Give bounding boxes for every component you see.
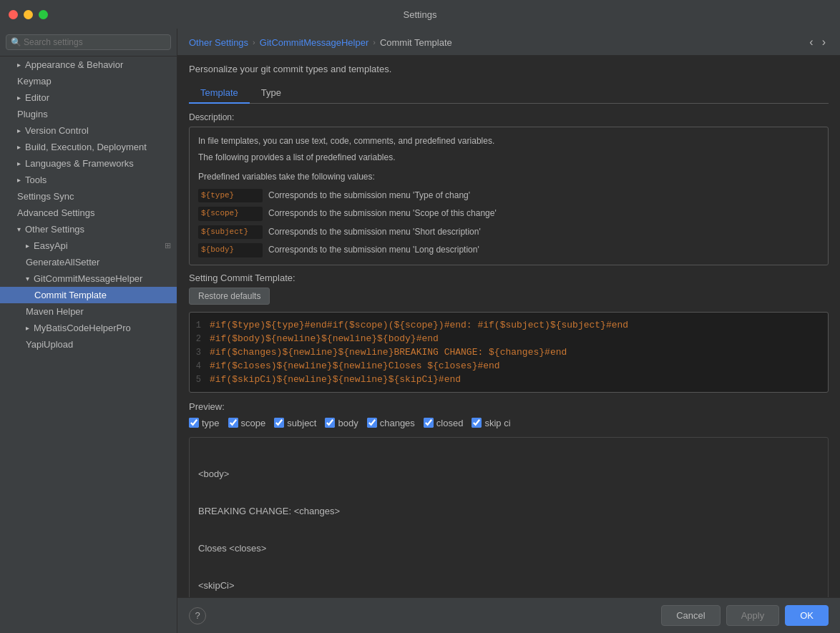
code-line-1: 1#if($type)${type}#end#if($scope)(${scop… [190,318,828,332]
breadcrumb: Other Settings › GitCommitMessageHelper … [177,29,840,55]
chevron-icon: ▸ [17,94,21,102]
checkbox-closed[interactable] [424,418,434,428]
sidebar-item-label: Settings Sync [17,191,74,202]
sidebar-item-label: Appearance & Behavior [25,59,123,70]
checkbox-body[interactable] [325,418,335,428]
sidebar-item-build-execution[interactable]: ▸Build, Execution, Deployment [0,139,177,155]
tabs: Template Type [189,83,829,104]
tab-type[interactable]: Type [250,83,293,104]
code-lines: 1#if($type)${type}#end#if($scope)(${scop… [190,318,828,386]
line-number: 2 [190,334,210,344]
preview-check-changes[interactable]: changes [367,418,415,428]
sidebar-item-label: Languages & Frameworks [25,158,134,169]
tab-template[interactable]: Template [189,83,250,104]
sidebar-item-label: Maven Helper [26,306,84,317]
code-content: #if($type)${type}#end#if($scope)(${scope… [210,320,628,330]
var-desc: Corresponds to the submission menu 'Long… [268,243,479,257]
code-line-2: 2#if($body)${newline}${newline}${body}#e… [190,332,828,345]
preview-check-skip-ci[interactable]: skip ci [472,418,510,428]
breadcrumb-part-2: GitCommitMessageHelper [260,37,368,48]
content-panel: Other Settings › GitCommitMessageHelper … [177,29,840,633]
check-label-subject: subject [287,418,316,428]
sidebar-item-label: Plugins [17,109,48,119]
line-number: 3 [190,348,210,358]
preview-check-body[interactable]: body [325,418,358,428]
close-button[interactable] [9,10,18,19]
predefined-vars-label: Predefined variables take the following … [198,170,819,184]
preview-check-type[interactable]: type [189,418,220,428]
apply-button[interactable]: Apply [726,605,780,626]
check-label-scope: scope [241,418,266,428]
desc-line-1: In file templates, you can use text, cod… [198,134,819,148]
chevron-icon: ▸ [17,143,21,151]
preview-check-closed[interactable]: closed [424,418,464,428]
checkbox-skip-ci[interactable] [472,418,482,428]
sidebar-item-maven-helper[interactable]: Maven Helper [0,303,177,320]
breadcrumb-active: Commit Template [380,37,452,48]
preview-check-subject[interactable]: subject [274,418,316,428]
sidebar-item-plugins[interactable]: Plugins [0,106,177,122]
variable-row: ${body}Corresponds to the submission men… [198,243,819,257]
preview-line: <body> [198,465,819,484]
description-label: Description: [189,112,829,122]
code-editor[interactable]: 1#if($type)${type}#end#if($scope)(${scop… [189,312,829,393]
var-tag: ${type} [198,189,263,203]
sidebar-item-label: GitCommitMessageHelper [34,273,142,284]
sidebar-item-label: EasyApi [34,240,68,251]
variable-row: ${type}Corresponds to the submission men… [198,189,819,203]
checkbox-subject[interactable] [274,418,284,428]
back-button[interactable]: ‹ [806,36,816,49]
content-body: Personalize your git commit types and te… [177,55,840,597]
sidebar-item-label: Keymap [17,76,52,87]
checkbox-changes[interactable] [367,418,377,428]
breadcrumb-sep-2: › [373,38,376,46]
cancel-button[interactable]: Cancel [661,605,720,626]
sidebar-item-generate-all-setter[interactable]: GenerateAllSetter [0,254,177,270]
sidebar-item-mybatis-helper[interactable]: ▸MyBatisCodeHelperPro [0,320,177,336]
preview-check-scope[interactable]: scope [228,418,266,428]
sidebar-nav: ▸Appearance & BehaviorKeymap▸EditorPlugi… [0,57,177,353]
preview-line [198,484,819,502]
chevron-icon: ▸ [26,242,29,250]
var-desc: Corresponds to the submission menu 'Shor… [268,225,481,239]
sidebar-item-tools[interactable]: ▸Tools [0,172,177,188]
maximize-button[interactable] [39,10,48,19]
chevron-icon: ▸ [17,176,21,184]
traffic-lights[interactable] [9,10,48,19]
preview-line: Closes <closes> [198,539,819,558]
sidebar-item-settings-sync[interactable]: Settings Sync [0,188,177,205]
search-bar: 🔍 [0,29,177,57]
checkbox-type[interactable] [189,418,199,428]
sidebar-item-advanced-settings[interactable]: Advanced Settings [0,205,177,221]
help-button[interactable]: ? [189,607,206,624]
checkbox-scope[interactable] [228,418,238,428]
minimize-button[interactable] [24,10,33,19]
restore-defaults-button[interactable]: Restore defaults [189,288,270,305]
var-desc: Corresponds to the submission menu 'Scop… [268,207,497,220]
sidebar-item-easy-api[interactable]: ▸EasyApi⊞ [0,237,177,254]
sidebar-item-label: GenerateAllSetter [26,257,99,268]
variable-row: ${subject}Corresponds to the submission … [198,225,819,240]
chevron-icon: ▸ [26,324,29,332]
var-tag: ${subject} [198,225,263,240]
sidebar-item-other-settings[interactable]: ▾Other Settings [0,221,177,237]
sidebar-item-editor[interactable]: ▸Editor [0,89,177,106]
code-content: #if($body)${newline}${newline}${body}#en… [210,333,439,344]
sidebar-item-keymap[interactable]: Keymap [0,73,177,89]
sidebar-item-git-commit-helper[interactable]: ▾GitCommitMessageHelper [0,270,177,287]
ok-button[interactable]: OK [785,605,829,626]
line-number: 5 [190,375,210,385]
sidebar-item-commit-template[interactable]: Commit Template [0,287,177,303]
sidebar-item-yapi-upload[interactable]: YapiUpload [0,336,177,353]
chevron-icon: ▸ [17,127,21,134]
sidebar-item-label: YapiUpload [26,339,73,350]
sidebar-item-version-control[interactable]: ▸Version Control [0,122,177,139]
search-input[interactable] [6,34,171,50]
sidebar-item-appearance-behavior[interactable]: ▸Appearance & Behavior [0,57,177,73]
forward-button[interactable]: › [819,36,829,49]
check-label-skip-ci: skip ci [484,418,510,428]
var-tag: ${scope} [198,207,263,221]
sidebar-item-label: Tools [25,175,47,185]
sidebar-item-languages-frameworks[interactable]: ▸Languages & Frameworks [0,155,177,172]
code-line-5: 5#if($skipCi)${newline}${newline}${skipC… [190,373,828,386]
